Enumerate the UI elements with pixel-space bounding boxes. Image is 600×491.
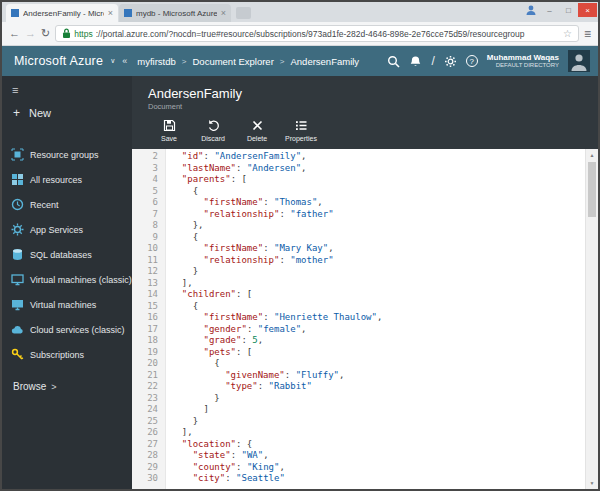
- minimize-button[interactable]: –: [540, 3, 559, 17]
- line-number: 22: [132, 381, 166, 393]
- code-text[interactable]: "gender": "female",: [166, 324, 307, 336]
- code-text[interactable]: "pets": [: [166, 347, 252, 359]
- code-text[interactable]: "firstName": "Thomas",: [166, 197, 323, 209]
- sidebar-item-app-services[interactable]: App Services: [2, 217, 132, 242]
- code-text[interactable]: }: [166, 416, 198, 428]
- code-text[interactable]: "county": "King",: [166, 462, 285, 474]
- code-line: 24 ]: [132, 404, 585, 416]
- code-text[interactable]: "firstName": "Mary Kay",: [166, 243, 334, 255]
- code-text[interactable]: "givenName": "Fluffy",: [166, 370, 344, 382]
- code-line: 12 }: [132, 266, 585, 278]
- save-button[interactable]: Save: [148, 119, 190, 142]
- gear-icon[interactable]: [444, 55, 457, 68]
- code-text[interactable]: ],: [166, 427, 193, 439]
- maximize-button[interactable]: □: [559, 3, 578, 17]
- code-text[interactable]: "lastName": "Andersen",: [166, 163, 306, 175]
- forward-button[interactable]: →: [25, 28, 36, 39]
- delete-button[interactable]: Delete: [236, 119, 278, 142]
- code-text[interactable]: "location": {: [166, 439, 252, 451]
- code-text[interactable]: {: [166, 301, 198, 313]
- search-icon[interactable]: [387, 55, 400, 68]
- line-number: 23: [132, 393, 166, 405]
- sql-databases-icon: [11, 248, 24, 261]
- code-text[interactable]: "city": "Seattle": [166, 473, 285, 485]
- user-avatar[interactable]: [568, 50, 590, 72]
- delete-icon: [251, 119, 264, 132]
- line-number: 3: [132, 163, 166, 175]
- code-text[interactable]: "id": "AndersenFamily",: [166, 151, 307, 163]
- back-button[interactable]: ←: [9, 28, 20, 39]
- code-line: 4 "parents": [: [132, 174, 585, 186]
- user-directory: DEFAULT DIRECTORY: [487, 62, 559, 69]
- code-line: 16 "firstName": "Henriette Thaulow",: [132, 312, 585, 324]
- code-text[interactable]: "relationship": "father": [166, 209, 334, 221]
- help-icon[interactable]: ?: [466, 55, 478, 67]
- code-text[interactable]: }: [166, 393, 220, 405]
- user-info[interactable]: Muhammad Waqas DEFAULT DIRECTORY: [487, 53, 559, 70]
- scroll-up-icon[interactable]: ▲: [586, 152, 598, 158]
- browser-tab[interactable]: mydb - Microsoft Azure×: [119, 4, 231, 22]
- scroll-down-icon[interactable]: ▼: [586, 480, 598, 486]
- code-line: 8 },: [132, 220, 585, 232]
- breadcrumb-item[interactable]: AndersenFamily: [290, 56, 359, 67]
- sidebar-item-browse[interactable]: Browse >: [2, 367, 132, 392]
- sidebar-item-resource-groups[interactable]: Resource groups: [2, 142, 132, 167]
- browser-tab[interactable]: AndersenFamily - Microso×: [6, 4, 118, 22]
- sidebar-item-label: Subscriptions: [30, 350, 84, 360]
- line-number: 24: [132, 404, 166, 416]
- refresh-button[interactable]: ↻: [41, 28, 50, 39]
- code-line: 22 "type": "Rabbit": [132, 381, 585, 393]
- azure-top-bar: Microsoft Azure ∨ « myfirstdb>Document E…: [2, 46, 598, 76]
- line-number: 15: [132, 301, 166, 313]
- sidebar-item-recent[interactable]: Recent: [2, 192, 132, 217]
- sidebar-item-label: App Services: [30, 225, 83, 235]
- discard-button[interactable]: Discard: [192, 119, 234, 142]
- code-text[interactable]: ],: [166, 278, 193, 290]
- tab-close-icon[interactable]: ×: [221, 8, 226, 18]
- editor-scrollbar[interactable]: ▲ ▼: [585, 149, 598, 489]
- chevron-down-icon[interactable]: ∨: [110, 57, 115, 65]
- sidebar-item-virtual-machines[interactable]: Virtual machines: [2, 292, 132, 317]
- code-text[interactable]: },: [166, 220, 204, 232]
- sidebar-hamburger-icon[interactable]: ≡: [2, 80, 132, 100]
- sidebar-item-sql-databases[interactable]: SQL databases: [2, 242, 132, 267]
- code-line: 25 }: [132, 416, 585, 428]
- code-text[interactable]: {: [166, 358, 220, 370]
- breadcrumb-item[interactable]: Document Explorer: [193, 56, 274, 67]
- code-text[interactable]: "children": [: [166, 289, 252, 301]
- code-text[interactable]: }: [166, 266, 198, 278]
- code-text[interactable]: ]: [166, 404, 209, 416]
- code-line: 21 "givenName": "Fluffy",: [132, 370, 585, 382]
- chrome-profile-icon[interactable]: [522, 4, 540, 17]
- sidebar-item-virtual-machines-classic[interactable]: Virtual machines (classic): [2, 267, 132, 292]
- code-text[interactable]: {: [166, 232, 198, 244]
- code-text[interactable]: "relationship": "mother": [166, 255, 334, 267]
- code-text[interactable]: "firstName": "Henriette Thaulow",: [166, 312, 382, 324]
- json-editor[interactable]: 2 "id": "AndersenFamily",3 "lastName": "…: [132, 149, 598, 489]
- body: ≡ + New Resource groupsAll resourcesRece…: [2, 76, 598, 489]
- new-tab-button[interactable]: [236, 7, 251, 19]
- close-button[interactable]: ×: [578, 3, 597, 17]
- azure-brand[interactable]: Microsoft Azure: [14, 54, 103, 68]
- code-text[interactable]: "state": "WA",: [166, 450, 269, 462]
- code-text[interactable]: "type": "Rabbit": [166, 381, 312, 393]
- discard-icon: [207, 119, 220, 132]
- sidebar-item-cloud-services-classic[interactable]: Cloud services (classic): [2, 317, 132, 342]
- url-field[interactable]: https ://portal.azure.com/?nocdn=true#re…: [55, 25, 579, 42]
- line-number: 6: [132, 197, 166, 209]
- scrollbar-thumb[interactable]: [588, 162, 596, 217]
- collapse-icon[interactable]: «: [122, 56, 127, 66]
- tab-close-icon[interactable]: ×: [108, 8, 113, 18]
- sidebar-item-all-resources[interactable]: All resources: [2, 167, 132, 192]
- bookmark-star-icon[interactable]: ☆: [563, 29, 572, 39]
- properties-button[interactable]: Properties: [280, 119, 322, 142]
- chrome-menu-icon[interactable]: ≡: [584, 28, 591, 40]
- sidebar-item-new[interactable]: + New: [2, 100, 132, 126]
- code-text[interactable]: "parents": [: [166, 174, 247, 186]
- sidebar-item-subscriptions[interactable]: Subscriptions: [2, 342, 132, 367]
- breadcrumb-item[interactable]: myfirstdb: [137, 56, 176, 67]
- bell-icon[interactable]: [409, 55, 422, 68]
- code-text[interactable]: "grade": 5,: [166, 335, 263, 347]
- code-text[interactable]: {: [166, 186, 198, 198]
- line-number: 30: [132, 473, 166, 485]
